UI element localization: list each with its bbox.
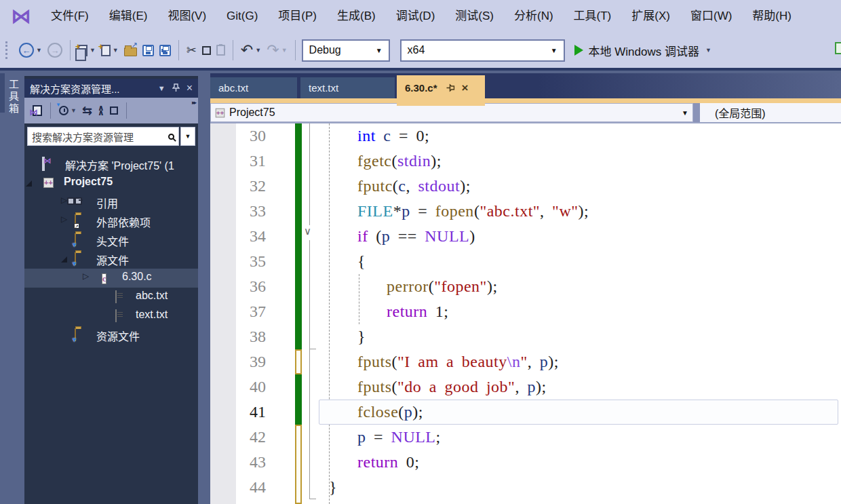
expanded-arrow-icon[interactable] bbox=[26, 180, 32, 187]
line-number: 43 bbox=[210, 450, 266, 475]
menu-item[interactable]: 分析(N) bbox=[504, 0, 564, 33]
chevron-down-icon[interactable]: ▼ bbox=[158, 84, 165, 92]
show-all-files-button[interactable] bbox=[110, 99, 118, 122]
code-editor[interactable]: ∨ 30int c = 0;31fgetc(stdin);32fputc(c, … bbox=[210, 123, 841, 504]
editor-tab-text.txt[interactable]: text.txt bbox=[300, 77, 395, 98]
open-file-button[interactable] bbox=[124, 39, 137, 62]
menu-item[interactable]: 视图(V) bbox=[157, 0, 216, 33]
new-file-button[interactable]: + ▼ bbox=[101, 39, 119, 62]
close-icon[interactable]: × bbox=[462, 81, 469, 95]
toolbox-vertical-tab[interactable]: 工具箱 bbox=[0, 73, 24, 136]
toolbar-grip-handle[interactable] bbox=[5, 41, 9, 59]
code-line-45[interactable]: 45 bbox=[210, 500, 841, 504]
global-scope-combo[interactable]: (全局范围) bbox=[700, 103, 841, 122]
tree-item-abc.txt[interactable]: abc.txt bbox=[24, 288, 198, 307]
tree-item-label: 源文件 bbox=[96, 252, 129, 268]
code-line-41[interactable]: 41fclose(p); bbox=[210, 400, 841, 425]
code-line-43[interactable]: 43return 0; bbox=[210, 450, 841, 475]
solution-platform-combo[interactable]: x64 ▼ bbox=[400, 39, 565, 62]
code-line-35[interactable]: 35{ bbox=[210, 249, 841, 274]
search-icon bbox=[168, 134, 174, 140]
toolbar-overflow-icon[interactable]: ▸▸ bbox=[192, 99, 195, 106]
code-line-34[interactable]: 34if (p == NULL) bbox=[210, 224, 841, 249]
code-line-37[interactable]: 37return 1; bbox=[210, 299, 841, 324]
search-input[interactable]: 搜索解决方案资源管理 bbox=[27, 127, 179, 146]
save-all-button[interactable] bbox=[159, 39, 171, 62]
pin-icon[interactable] bbox=[172, 83, 180, 94]
code-line-42[interactable]: 42p = NULL; bbox=[210, 425, 841, 450]
collapsed-arrow-icon[interactable]: ▷ bbox=[61, 195, 67, 205]
tree-item--[interactable]: ▼资源文件 bbox=[24, 326, 198, 345]
menu-item[interactable]: 帮助(H) bbox=[742, 0, 802, 33]
scissors-icon: ✂ bbox=[187, 43, 197, 58]
tree-item-6.30.c[interactable]: ▷c6.30.c bbox=[24, 269, 198, 288]
code-line-40[interactable]: 40fputs("do a good job", p); bbox=[210, 374, 841, 400]
tree-item-text.txt[interactable]: text.txt bbox=[24, 307, 198, 326]
code-line-30[interactable]: 30int c = 0; bbox=[210, 123, 841, 149]
start-debugging-button[interactable]: 本地 Windows 调试器 ▼ bbox=[574, 42, 711, 59]
back-arrow-icon: ← bbox=[19, 43, 34, 58]
expanded-arrow-icon[interactable] bbox=[61, 256, 67, 263]
side-bar: 工具箱 bbox=[0, 71, 24, 504]
chevron-down-icon: ▼ bbox=[255, 47, 261, 54]
tree-item--[interactable]: ▷引用 bbox=[24, 193, 198, 212]
tree-item--[interactable]: ▷↗外部依赖项 bbox=[24, 212, 198, 231]
code-line-32[interactable]: 32fputc(c, stdout); bbox=[210, 174, 841, 199]
code-text: return 1; bbox=[387, 299, 448, 324]
filter-folder-icon: ▼ bbox=[75, 252, 76, 265]
line-number: 35 bbox=[210, 249, 266, 274]
editor-tab-6.30.c[interactable]: 6.30.c*× bbox=[397, 75, 485, 106]
menu-item[interactable]: Git(G) bbox=[216, 0, 268, 33]
code-text: return 0; bbox=[357, 450, 419, 475]
sync-with-active-document-button[interactable]: ⇆ bbox=[82, 99, 92, 122]
line-number: 37 bbox=[210, 299, 266, 324]
tree-item--[interactable]: ▼源文件 bbox=[24, 250, 198, 269]
copy-button[interactable] bbox=[202, 39, 211, 62]
menu-item[interactable]: 工具(T) bbox=[564, 0, 622, 33]
navigate-forward-button[interactable]: → bbox=[47, 39, 62, 62]
collapsed-arrow-icon[interactable]: ▷ bbox=[61, 214, 67, 224]
solution-explorer-title-bar[interactable]: 解决方案资源管理... ▼ × bbox=[24, 79, 198, 98]
new-project-button[interactable]: + ▼ bbox=[78, 39, 96, 62]
menu-item[interactable]: 窗口(W) bbox=[680, 0, 742, 33]
code-line-33[interactable]: 33FILE*p = fopen("abc.txt", "w"); bbox=[210, 199, 841, 224]
code-line-39[interactable]: 39fputs("I am a beauty\n", p); bbox=[210, 349, 841, 374]
search-options-dropdown[interactable]: ▼ bbox=[180, 127, 195, 146]
code-line-36[interactable]: 36perror("fopen"); bbox=[210, 274, 841, 299]
navigate-backward-button[interactable]: ← ▼ bbox=[19, 39, 42, 62]
solution-configuration-combo[interactable]: Debug ▼ bbox=[302, 39, 390, 62]
code-text: } bbox=[329, 475, 337, 500]
pending-changes-filter-button[interactable]: ▼ bbox=[59, 99, 77, 122]
visual-studio-logo-icon: ⋈ bbox=[11, 0, 31, 33]
switch-views-button[interactable] bbox=[33, 99, 42, 122]
menu-item[interactable]: 生成(B) bbox=[327, 0, 386, 33]
paste-button[interactable] bbox=[216, 39, 225, 62]
code-line-38[interactable]: 38} bbox=[210, 324, 841, 349]
menu-item[interactable]: 文件(F) bbox=[41, 0, 99, 33]
menu-item[interactable]: 扩展(X) bbox=[621, 0, 680, 33]
tree-item--[interactable]: ▼头文件 bbox=[24, 231, 198, 250]
tree-item-project75[interactable]: ++Project75 bbox=[24, 174, 198, 193]
code-line-31[interactable]: 31fgetc(stdin); bbox=[210, 149, 841, 174]
line-number: 34 bbox=[210, 224, 266, 249]
menu-item[interactable]: 测试(S) bbox=[445, 0, 504, 33]
cut-button[interactable]: ✂ bbox=[187, 39, 197, 62]
code-line-44[interactable]: 44} bbox=[210, 475, 841, 500]
chevron-down-icon: ▼ bbox=[705, 47, 711, 54]
filter-folder-icon: ▼ bbox=[75, 328, 76, 341]
collapsed-arrow-icon[interactable]: ▷ bbox=[83, 271, 89, 281]
clipboard-icon bbox=[216, 45, 225, 56]
close-icon[interactable]: × bbox=[187, 82, 193, 94]
project-scope-combo[interactable]: ++ Project75 ▼ bbox=[210, 103, 693, 122]
menu-item[interactable]: 编辑(E) bbox=[99, 0, 158, 33]
tree-item--project75-1[interactable]: 解决方案 'Project75' (1 bbox=[24, 155, 198, 174]
save-button[interactable] bbox=[142, 39, 154, 62]
editor-tab-abc.txt[interactable]: abc.txt bbox=[210, 77, 297, 98]
undo-button[interactable]: ↶ ▼ bbox=[241, 39, 261, 62]
pin-icon[interactable] bbox=[444, 84, 455, 92]
menu-item[interactable]: 调试(D) bbox=[386, 0, 446, 33]
chevron-down-icon: ▼ bbox=[90, 47, 96, 54]
redo-button[interactable]: ↷ ▼ bbox=[267, 39, 287, 62]
collapse-all-button[interactable]: ∧∧ bbox=[98, 99, 104, 122]
menu-item[interactable]: 项目(P) bbox=[268, 0, 327, 33]
